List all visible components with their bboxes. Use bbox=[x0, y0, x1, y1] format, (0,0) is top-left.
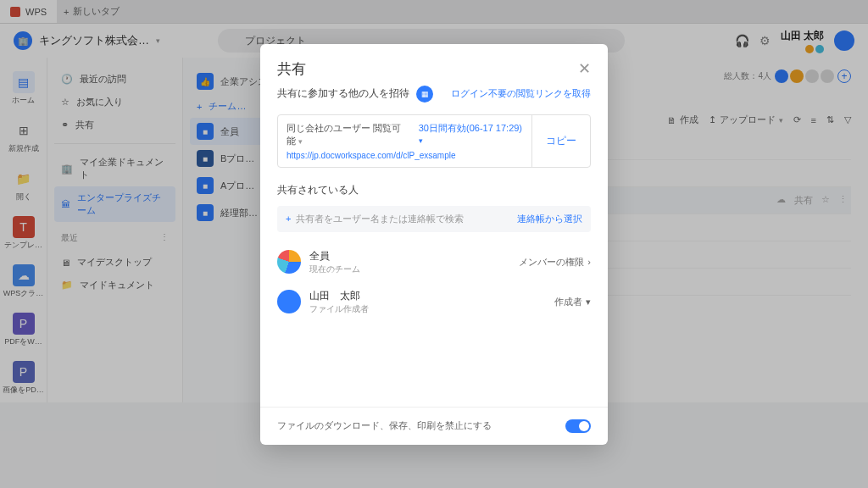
from-contacts-button[interactable]: 連絡帳から選択 bbox=[517, 213, 582, 225]
shared-people-label: 共有されている人 bbox=[277, 183, 591, 197]
modal-title: 共有 bbox=[277, 59, 306, 79]
person-sub: 現在のチーム bbox=[309, 263, 360, 275]
restrict-toggle[interactable] bbox=[565, 419, 591, 433]
avatar bbox=[277, 290, 301, 313]
get-link-button[interactable]: ログイン不要の閲覧リンクを取得 bbox=[451, 87, 591, 100]
copy-button[interactable]: コピー bbox=[531, 115, 590, 167]
modal-overlay: 共有 ✕ 共有に参加する他の人を招待 ▦ ログイン不要の閲覧リンクを取得 同じ会… bbox=[0, 0, 868, 488]
shared-person: 全員 現在のチーム メンバーの権限 › bbox=[277, 242, 591, 282]
expiry-dropdown[interactable]: 30日間有効(06-17 17:29) ▾ bbox=[419, 122, 523, 147]
share-modal: 共有 ✕ 共有に参加する他の人を招待 ▦ ログイン不要の閲覧リンクを取得 同じ会… bbox=[260, 44, 608, 445]
person-role-dropdown[interactable]: 作成者 ▾ bbox=[554, 296, 591, 308]
search-people-input[interactable]: + 共有者をユーザー名または連絡帳で検索 連絡帳から選択 bbox=[277, 206, 591, 232]
team-avatar-icon bbox=[277, 250, 301, 274]
plus-icon: + bbox=[286, 214, 291, 224]
link-box: 同じ会社のユーザー 閲覧可能 ▾ 30日間有効(06-17 17:29) ▾ h… bbox=[277, 114, 591, 168]
person-name: 全員 bbox=[309, 249, 360, 263]
footer-label: ファイルのダウンロード、保存、印刷を禁止にする bbox=[277, 419, 492, 432]
qr-icon[interactable]: ▦ bbox=[416, 86, 433, 103]
chevron-right-icon: › bbox=[587, 257, 591, 267]
close-icon[interactable]: ✕ bbox=[578, 59, 591, 78]
permission-dropdown[interactable]: 同じ会社のユーザー 閲覧可能 ▾ bbox=[287, 122, 410, 147]
person-name: 山田 太郎 bbox=[309, 289, 369, 303]
chevron-down-icon: ▾ bbox=[586, 297, 591, 308]
invite-others-label: 共有に参加する他の人を招待 bbox=[277, 86, 409, 101]
shared-person: 山田 太郎 ファイル作成者 作成者 ▾ bbox=[277, 282, 591, 322]
person-sub: ファイル作成者 bbox=[309, 303, 369, 315]
share-url[interactable]: https://jp.docworkspace.com/d/clP_exsamp… bbox=[287, 151, 523, 160]
person-role-dropdown[interactable]: メンバーの権限 › bbox=[519, 256, 591, 269]
